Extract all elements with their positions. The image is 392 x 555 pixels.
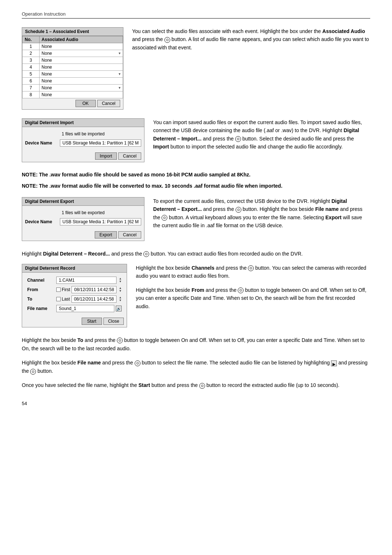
ok-icon-8: ⊙ xyxy=(117,338,123,343)
import-dialog: Digital Deterrent Import 1 files will be… xyxy=(22,118,144,162)
record-channel-label: Channel xyxy=(25,276,54,285)
schedule-row-audio[interactable]: None▼ xyxy=(39,50,123,57)
section1-description: You can select the audio files associate… xyxy=(132,27,370,52)
schedule-row-no: 2 xyxy=(23,50,40,57)
schedule-table-row: 7None▼ xyxy=(23,85,123,91)
dropdown-indicator-icon: ▼ xyxy=(118,86,121,90)
schedule-row-no: 1 xyxy=(23,43,40,50)
ok-button-icon1: ⊙ xyxy=(164,37,170,43)
filename-input[interactable]: Sound_1 xyxy=(56,305,114,312)
from-date-input[interactable]: 08/12/2011 14:42:58 xyxy=(72,286,117,293)
export-dialog-body: 1 files will be exported Device Name USB… xyxy=(22,206,144,230)
record-dialog-buttons: Start Close xyxy=(22,316,127,327)
schedule-table-row: 5None▼ xyxy=(23,71,123,78)
to-checkbox-label: Last xyxy=(62,297,70,302)
schedule-table-row: 6None xyxy=(23,78,123,85)
record-channel-value-cell: 1.CAM1 ▲ ▼ xyxy=(54,276,124,285)
import-dialog-title: Digital Deterrent Import xyxy=(22,119,144,127)
record-dialog-body: Channel 1.CAM1 ▲ ▼ xyxy=(22,273,127,316)
record-dialog-box: Digital Deterrent Record Channel 1.CAM1 … xyxy=(22,264,127,327)
schedule-table-row: 3None xyxy=(23,57,123,64)
export-device-row: Device Name USB Storage Media 1: Partiti… xyxy=(25,217,141,227)
record-to-row: To Last 08/12/2011 14:42:58 ▲ xyxy=(25,294,124,304)
page-header: Operation Instruction xyxy=(22,11,370,19)
schedule-dialog-box: Schedule 1 – Associated Event No. Associ… xyxy=(22,27,123,110)
export-dialog-title: Digital Deterrent Export xyxy=(22,197,144,206)
ok-button-icon5: ⊙ xyxy=(143,251,149,257)
schedule-row-no: 8 xyxy=(23,91,40,98)
header-label: Operation Instruction xyxy=(22,11,66,17)
from-spinner[interactable]: ▲ ▼ xyxy=(119,287,122,293)
record-filename-label: File name xyxy=(25,304,54,313)
to-date-input[interactable]: 08/12/2011 14:42:58 xyxy=(72,295,117,303)
record-start-button[interactable]: Start xyxy=(82,318,102,325)
record-from-label: From xyxy=(25,285,54,294)
record-filename-cell: Sound_1 🔊 xyxy=(54,304,124,313)
schedule-dialog-title: Schedule 1 – Associated Event xyxy=(22,28,123,36)
record-from-cell: First 08/12/2011 14:42:58 ▲ ▼ xyxy=(54,285,124,294)
schedule-dialog: Schedule 1 – Associated Event No. Associ… xyxy=(22,27,123,110)
col-header-no: No. xyxy=(23,36,40,43)
import-cancel-button[interactable]: Cancel xyxy=(118,152,141,160)
section4-from-text: Highlight the box beside From and press … xyxy=(136,286,370,310)
play-listen-icon[interactable]: ▶ xyxy=(331,360,337,366)
note1: NOTE: The .wav format audio file should … xyxy=(22,171,370,179)
col-header-audio: Associated Audio xyxy=(39,36,123,43)
ok-icon-10: ⊙ xyxy=(30,369,36,375)
schedule-row-audio[interactable]: None▼ xyxy=(39,71,123,78)
ok-icon-9: ⊙ xyxy=(135,360,140,366)
record-channel-input[interactable]: 1.CAM1 xyxy=(56,277,117,284)
ok-icon-11: ⊙ xyxy=(199,383,205,389)
note2: NOTE: The .wav format audio file will be… xyxy=(22,182,370,190)
schedule-cancel-button[interactable]: Cancel xyxy=(97,100,120,107)
record-close-button[interactable]: Close xyxy=(103,318,124,325)
schedule-row-audio[interactable]: None xyxy=(39,43,123,50)
schedule-row-audio[interactable]: None xyxy=(39,91,123,98)
to-checkbox[interactable] xyxy=(56,297,61,301)
dropdown-indicator-icon: ▼ xyxy=(118,52,121,55)
from-checkbox[interactable] xyxy=(56,287,61,292)
import-button[interactable]: Import xyxy=(95,152,117,160)
export-dialog: Digital Deterrent Export 1 files will be… xyxy=(22,197,144,241)
export-cancel-button[interactable]: Cancel xyxy=(118,231,141,238)
record-to-datetime: Last 08/12/2011 14:42:58 ▲ ▼ xyxy=(56,295,122,303)
schedule-row-no: 6 xyxy=(23,78,40,85)
channel-spinner[interactable]: ▲ ▼ xyxy=(119,277,122,283)
to-down-arrow[interactable]: ▼ xyxy=(119,299,122,302)
schedule-table-row: 1None xyxy=(23,43,123,50)
export-dialog-buttons: Export Cancel xyxy=(22,230,144,241)
channel-down-arrow[interactable]: ▼ xyxy=(119,280,122,283)
page-number: 54 xyxy=(22,401,370,406)
ok-button-icon4: ⊙ xyxy=(162,215,167,221)
sound-play-icon[interactable]: 🔊 xyxy=(116,306,122,311)
record-to-label: To xyxy=(25,294,54,304)
export-button[interactable]: Export xyxy=(95,231,117,238)
schedule-table-row: 2None▼ xyxy=(23,50,123,57)
to-spinner[interactable]: ▲ ▼ xyxy=(119,296,122,302)
import-device-row: Device Name USB Storage Media 1: Partiti… xyxy=(25,138,141,148)
section-import: Digital Deterrent Import 1 files will be… xyxy=(22,118,370,162)
record-dialog-title: Digital Deterrent Record xyxy=(22,264,127,273)
ok-button-icon3: ⊙ xyxy=(236,207,241,213)
schedule-table-row: 4None xyxy=(23,64,123,71)
schedule-row-no: 5 xyxy=(23,71,40,78)
schedule-row-audio[interactable]: None xyxy=(39,78,123,85)
record-table: Channel 1.CAM1 ▲ ▼ xyxy=(25,276,124,313)
record-from-row: From First 08/12/2011 14:42:58 ▲ xyxy=(25,285,124,294)
import-dialog-box: Digital Deterrent Import 1 files will be… xyxy=(22,118,144,162)
schedule-row-audio[interactable]: None▼ xyxy=(39,85,123,91)
schedule-row-audio[interactable]: None xyxy=(39,57,123,64)
from-down-arrow[interactable]: ▼ xyxy=(119,290,122,293)
section3-description: To export the current audio files, conne… xyxy=(153,197,370,230)
section4-channels-text: Highlight the box beside Channels and pr… xyxy=(136,264,370,280)
to-checkbox-cell: Last xyxy=(56,297,70,302)
record-channel-row: Channel 1.CAM1 ▲ ▼ xyxy=(25,276,124,285)
section2-description: You can import saved audio files or expo… xyxy=(153,118,370,151)
schedule-table: No. Associated Audio 1None2None▼3None4No… xyxy=(22,36,123,98)
schedule-row-no: 7 xyxy=(23,85,40,91)
section3-text: To export the current audio files, conne… xyxy=(153,197,370,230)
schedule-ok-button[interactable]: OK xyxy=(75,100,96,107)
schedule-row-audio[interactable]: None xyxy=(39,64,123,71)
export-files-count: 1 files will be exported xyxy=(25,209,141,217)
import-device-value: USB Storage Media 1: Partition 1 [62 M xyxy=(60,139,141,147)
